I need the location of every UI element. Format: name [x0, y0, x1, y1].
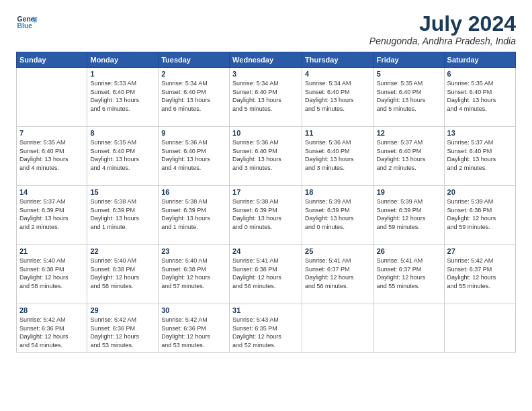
calendar-cell: 2Sunrise: 5:34 AM Sunset: 6:40 PM Daylig… — [159, 68, 230, 127]
day-number: 17 — [232, 188, 299, 196]
day-info: Sunrise: 5:39 AM Sunset: 6:39 PM Dayligh… — [377, 197, 441, 231]
day-info: Sunrise: 5:36 AM Sunset: 6:40 PM Dayligh… — [305, 138, 371, 172]
day-number: 18 — [305, 188, 371, 196]
calendar-cell: 14Sunrise: 5:37 AM Sunset: 6:39 PM Dayli… — [17, 186, 87, 245]
day-number: 13 — [447, 129, 513, 137]
day-number: 19 — [377, 188, 441, 196]
weekday-header-thursday: Thursday — [302, 52, 374, 68]
calendar-cell: 16Sunrise: 5:38 AM Sunset: 6:39 PM Dayli… — [159, 186, 230, 245]
day-info: Sunrise: 5:42 AM Sunset: 6:37 PM Dayligh… — [447, 257, 513, 290]
calendar-cell: 9Sunrise: 5:36 AM Sunset: 6:40 PM Daylig… — [159, 127, 230, 186]
title-block: July 2024 Penugonda, Andhra Pradesh, Ind… — [369, 12, 516, 46]
day-info: Sunrise: 5:34 AM Sunset: 6:40 PM Dayligh… — [232, 79, 299, 113]
day-number: 31 — [232, 306, 299, 314]
day-info: Sunrise: 5:35 AM Sunset: 6:40 PM Dayligh… — [19, 138, 84, 172]
calendar-cell — [302, 304, 374, 353]
day-info: Sunrise: 5:42 AM Sunset: 6:36 PM Dayligh… — [161, 316, 226, 349]
day-number: 14 — [19, 188, 84, 196]
calendar-cell: 19Sunrise: 5:39 AM Sunset: 6:39 PM Dayli… — [373, 186, 444, 245]
day-number: 20 — [447, 188, 513, 196]
calendar-cell: 15Sunrise: 5:38 AM Sunset: 6:39 PM Dayli… — [87, 186, 159, 245]
day-number: 24 — [232, 247, 299, 255]
day-info: Sunrise: 5:40 AM Sunset: 6:38 PM Dayligh… — [90, 257, 155, 290]
day-info: Sunrise: 5:37 AM Sunset: 6:40 PM Dayligh… — [377, 138, 441, 172]
day-info: Sunrise: 5:40 AM Sunset: 6:38 PM Dayligh… — [19, 257, 84, 290]
header: General Blue July 2024 Penugonda, Andhra… — [16, 12, 516, 46]
calendar-week-row: 14Sunrise: 5:37 AM Sunset: 6:39 PM Dayli… — [17, 186, 516, 245]
day-number: 9 — [161, 129, 226, 137]
day-info: Sunrise: 5:41 AM Sunset: 6:38 PM Dayligh… — [232, 257, 299, 290]
day-number: 5 — [377, 70, 441, 78]
day-number: 23 — [161, 247, 226, 255]
day-info: Sunrise: 5:42 AM Sunset: 6:36 PM Dayligh… — [19, 316, 84, 349]
calendar-cell — [17, 68, 87, 127]
calendar-cell: 25Sunrise: 5:41 AM Sunset: 6:37 PM Dayli… — [302, 245, 374, 304]
svg-text:Blue: Blue — [17, 22, 33, 30]
weekday-header-saturday: Saturday — [444, 52, 515, 68]
weekday-header-wednesday: Wednesday — [230, 52, 302, 68]
day-info: Sunrise: 5:42 AM Sunset: 6:36 PM Dayligh… — [90, 316, 155, 349]
calendar-cell — [444, 304, 515, 353]
calendar-cell: 13Sunrise: 5:37 AM Sunset: 6:40 PM Dayli… — [444, 127, 515, 186]
day-number: 7 — [19, 129, 84, 137]
day-info: Sunrise: 5:36 AM Sunset: 6:40 PM Dayligh… — [161, 138, 226, 172]
logo-icon: General Blue — [16, 12, 38, 34]
day-info: Sunrise: 5:38 AM Sunset: 6:39 PM Dayligh… — [161, 197, 226, 231]
calendar-week-row: 28Sunrise: 5:42 AM Sunset: 6:36 PM Dayli… — [17, 304, 516, 353]
day-info: Sunrise: 5:37 AM Sunset: 6:40 PM Dayligh… — [447, 138, 513, 172]
day-number: 6 — [447, 70, 513, 78]
weekday-header-tuesday: Tuesday — [159, 52, 230, 68]
calendar-cell: 23Sunrise: 5:40 AM Sunset: 6:38 PM Dayli… — [159, 245, 230, 304]
day-info: Sunrise: 5:39 AM Sunset: 6:38 PM Dayligh… — [447, 197, 513, 231]
location-title: Penugonda, Andhra Pradesh, India — [369, 36, 516, 46]
calendar-cell: 1Sunrise: 5:33 AM Sunset: 6:40 PM Daylig… — [87, 68, 159, 127]
day-info: Sunrise: 5:37 AM Sunset: 6:39 PM Dayligh… — [19, 197, 84, 231]
calendar-cell: 26Sunrise: 5:41 AM Sunset: 6:37 PM Dayli… — [373, 245, 444, 304]
day-number: 29 — [90, 306, 155, 314]
day-number: 1 — [90, 70, 155, 78]
calendar-cell: 29Sunrise: 5:42 AM Sunset: 6:36 PM Dayli… — [87, 304, 159, 353]
calendar-cell: 28Sunrise: 5:42 AM Sunset: 6:36 PM Dayli… — [17, 304, 87, 353]
logo: General Blue — [16, 12, 39, 34]
calendar-cell — [373, 304, 444, 353]
day-number: 28 — [19, 306, 84, 314]
calendar-cell: 7Sunrise: 5:35 AM Sunset: 6:40 PM Daylig… — [17, 127, 87, 186]
calendar-cell: 31Sunrise: 5:43 AM Sunset: 6:35 PM Dayli… — [230, 304, 302, 353]
day-number: 12 — [377, 129, 441, 137]
calendar-cell: 22Sunrise: 5:40 AM Sunset: 6:38 PM Dayli… — [87, 245, 159, 304]
calendar-cell: 21Sunrise: 5:40 AM Sunset: 6:38 PM Dayli… — [17, 245, 87, 304]
calendar-cell: 30Sunrise: 5:42 AM Sunset: 6:36 PM Dayli… — [159, 304, 230, 353]
day-info: Sunrise: 5:38 AM Sunset: 6:39 PM Dayligh… — [232, 197, 299, 231]
calendar-cell: 3Sunrise: 5:34 AM Sunset: 6:40 PM Daylig… — [230, 68, 302, 127]
day-info: Sunrise: 5:39 AM Sunset: 6:39 PM Dayligh… — [305, 197, 371, 231]
calendar-cell: 12Sunrise: 5:37 AM Sunset: 6:40 PM Dayli… — [373, 127, 444, 186]
day-info: Sunrise: 5:33 AM Sunset: 6:40 PM Dayligh… — [90, 79, 155, 113]
day-number: 11 — [305, 129, 371, 137]
day-number: 4 — [305, 70, 371, 78]
day-info: Sunrise: 5:41 AM Sunset: 6:37 PM Dayligh… — [377, 257, 441, 290]
calendar-cell: 4Sunrise: 5:34 AM Sunset: 6:40 PM Daylig… — [302, 68, 374, 127]
day-info: Sunrise: 5:34 AM Sunset: 6:40 PM Dayligh… — [305, 79, 371, 113]
calendar-table: SundayMondayTuesdayWednesdayThursdayFrid… — [16, 52, 516, 353]
day-info: Sunrise: 5:40 AM Sunset: 6:38 PM Dayligh… — [161, 257, 226, 290]
calendar-cell: 8Sunrise: 5:35 AM Sunset: 6:40 PM Daylig… — [87, 127, 159, 186]
day-number: 2 — [161, 70, 226, 78]
day-number: 25 — [305, 247, 371, 255]
day-number: 26 — [377, 247, 441, 255]
day-number: 30 — [161, 306, 226, 314]
day-number: 16 — [161, 188, 226, 196]
calendar-week-row: 1Sunrise: 5:33 AM Sunset: 6:40 PM Daylig… — [17, 68, 516, 127]
month-title: July 2024 — [369, 12, 516, 36]
calendar-cell: 11Sunrise: 5:36 AM Sunset: 6:40 PM Dayli… — [302, 127, 374, 186]
calendar-week-row: 7Sunrise: 5:35 AM Sunset: 6:40 PM Daylig… — [17, 127, 516, 186]
weekday-header-monday: Monday — [87, 52, 159, 68]
calendar-cell: 24Sunrise: 5:41 AM Sunset: 6:38 PM Dayli… — [230, 245, 302, 304]
day-number: 27 — [447, 247, 513, 255]
calendar-page: General Blue July 2024 Penugonda, Andhra… — [0, 0, 532, 411]
day-number: 3 — [232, 70, 299, 78]
day-info: Sunrise: 5:34 AM Sunset: 6:40 PM Dayligh… — [161, 79, 226, 113]
day-info: Sunrise: 5:35 AM Sunset: 6:40 PM Dayligh… — [377, 79, 441, 113]
day-number: 21 — [19, 247, 84, 255]
calendar-cell: 5Sunrise: 5:35 AM Sunset: 6:40 PM Daylig… — [373, 68, 444, 127]
day-info: Sunrise: 5:35 AM Sunset: 6:40 PM Dayligh… — [447, 79, 513, 113]
